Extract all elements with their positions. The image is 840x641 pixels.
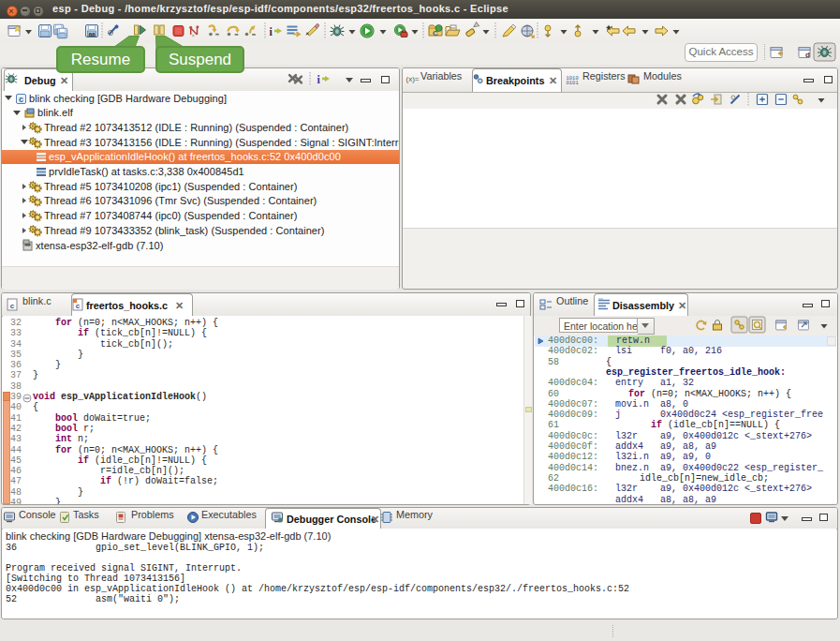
svg-text:c: c (19, 94, 23, 103)
